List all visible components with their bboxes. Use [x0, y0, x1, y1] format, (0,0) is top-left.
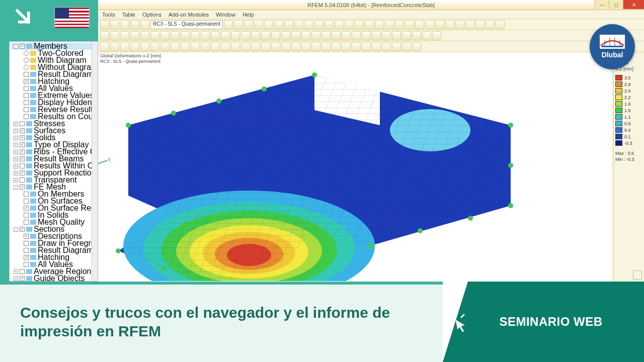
checkbox-icon[interactable] [24, 107, 29, 112]
toolbar-button[interactable] [100, 20, 109, 29]
toolbar-button[interactable] [231, 31, 240, 40]
toolbar-button[interactable] [130, 42, 139, 51]
toolbar-button[interactable] [355, 20, 364, 29]
checkbox-icon[interactable] [24, 72, 29, 77]
toolbar-button[interactable] [425, 20, 434, 29]
toolbar-button[interactable] [435, 20, 444, 29]
expander-icon[interactable]: + [14, 129, 18, 133]
toolbar-button[interactable] [382, 42, 391, 51]
toolbar-button[interactable] [455, 20, 464, 29]
checkbox-icon[interactable]: ✓ [20, 276, 25, 281]
toolbar-button[interactable] [301, 31, 310, 40]
toolbar-button[interactable] [130, 20, 139, 29]
toolbar-button[interactable] [365, 20, 374, 29]
toolbar-button[interactable] [181, 42, 190, 51]
toolbar-button[interactable] [385, 20, 394, 29]
toolbar-button[interactable] [486, 20, 495, 29]
toolbar-button[interactable] [392, 42, 401, 51]
toolbar-button[interactable] [362, 42, 371, 51]
toolbar-button[interactable] [284, 20, 293, 29]
checkbox-icon[interactable] [24, 220, 29, 225]
toolbar-button[interactable] [445, 20, 454, 29]
toolbar-button[interactable] [402, 42, 411, 51]
radio-icon[interactable] [24, 51, 29, 56]
toolbar-button[interactable] [352, 31, 361, 40]
toolbar-button[interactable] [294, 20, 303, 29]
toolbar-button[interactable] [392, 31, 401, 40]
toolbar-button[interactable] [304, 20, 313, 29]
checkbox-icon[interactable]: ✓ [20, 128, 25, 133]
expander-icon[interactable]: + [14, 157, 18, 161]
toolbar-button[interactable] [110, 31, 119, 40]
checkbox-icon[interactable]: ✓ [20, 185, 25, 190]
toolbar-button[interactable] [405, 20, 414, 29]
toolbar-button[interactable] [271, 42, 280, 51]
toolbar-button[interactable] [201, 31, 210, 40]
expander-icon[interactable]: + [14, 171, 18, 175]
toolbar-button[interactable] [241, 42, 250, 51]
toolbar-button[interactable] [150, 31, 159, 40]
menu-help[interactable]: Help [243, 12, 254, 18]
checkbox-icon[interactable]: ✓ [20, 135, 25, 140]
toolbar-button[interactable] [234, 20, 243, 29]
toolbar-button[interactable] [332, 42, 341, 51]
navigator-tree[interactable]: -✓MembersTwo-ColoredWith DiagramWithout … [9, 41, 98, 282]
checkbox-icon[interactable]: ✓ [20, 44, 25, 49]
toolbar-button[interactable] [120, 31, 129, 40]
toolbar-button[interactable] [415, 20, 424, 29]
zoom-icon[interactable] [633, 270, 642, 280]
toolbar-button[interactable] [130, 31, 139, 40]
toolbar-button[interactable] [314, 20, 324, 29]
toolbar-button[interactable] [271, 31, 280, 40]
checkbox-icon[interactable]: ✓ [24, 255, 29, 260]
menu-options[interactable]: Options [142, 12, 162, 18]
toolbar-button[interactable] [342, 31, 351, 40]
scrollbar[interactable] [92, 42, 98, 281]
toolbar-button[interactable] [345, 20, 354, 29]
toolbar-button[interactable] [181, 31, 190, 40]
checkbox-icon[interactable]: ✓ [20, 149, 25, 154]
toolbar-button[interactable] [395, 20, 404, 29]
toolbar-button[interactable] [160, 42, 170, 51]
expander-icon[interactable]: + [14, 178, 18, 183]
checkbox-icon[interactable]: ✓ [20, 142, 25, 147]
toolbar-button[interactable] [291, 31, 300, 40]
toolbar-button[interactable] [171, 31, 180, 40]
checkbox-icon[interactable] [24, 213, 29, 218]
expander-icon[interactable]: + [14, 136, 18, 140]
toolbar-button[interactable] [382, 31, 391, 40]
toolbar-button[interactable] [402, 31, 411, 40]
menu-window[interactable]: Window [216, 12, 235, 18]
checkbox-icon[interactable] [20, 163, 25, 168]
menu-addon-modules[interactable]: Add-on Modules [169, 12, 209, 18]
minimize-button[interactable]: — [595, 0, 609, 9]
toolbar-button[interactable] [160, 31, 170, 40]
toolbar-button[interactable] [140, 31, 149, 40]
toolbar-button[interactable] [221, 42, 230, 51]
expander-icon[interactable]: + [14, 122, 18, 126]
toolbar-button[interactable] [201, 42, 210, 51]
toolbar-button[interactable] [100, 31, 109, 40]
toolbar-button[interactable] [375, 20, 384, 29]
toolbar-button[interactable] [362, 31, 371, 40]
checkbox-icon[interactable]: ✓ [24, 234, 29, 239]
expander-icon[interactable]: + [14, 277, 18, 281]
close-button[interactable]: ✕ [623, 0, 644, 9]
expander-icon[interactable]: - [14, 227, 18, 232]
toolbar-button[interactable] [140, 20, 149, 29]
toolbar-button[interactable] [191, 42, 200, 51]
toolbar-button[interactable] [465, 20, 474, 29]
toolbar-button[interactable] [412, 31, 421, 40]
checkbox-icon[interactable]: ✓ [20, 227, 25, 232]
expander-icon[interactable]: + [14, 150, 18, 154]
checkbox-icon[interactable] [24, 248, 29, 253]
menu-table[interactable]: Table [122, 12, 135, 18]
toolbar-button[interactable] [171, 42, 180, 51]
checkbox-icon[interactable] [24, 262, 29, 267]
toolbar-button[interactable] [311, 31, 320, 40]
maximize-button[interactable]: ◻ [609, 0, 623, 9]
toolbar-button[interactable] [251, 42, 260, 51]
toolbar-button[interactable] [432, 31, 441, 40]
expander-icon[interactable]: - [14, 44, 18, 49]
toolbar-button[interactable] [372, 42, 381, 51]
